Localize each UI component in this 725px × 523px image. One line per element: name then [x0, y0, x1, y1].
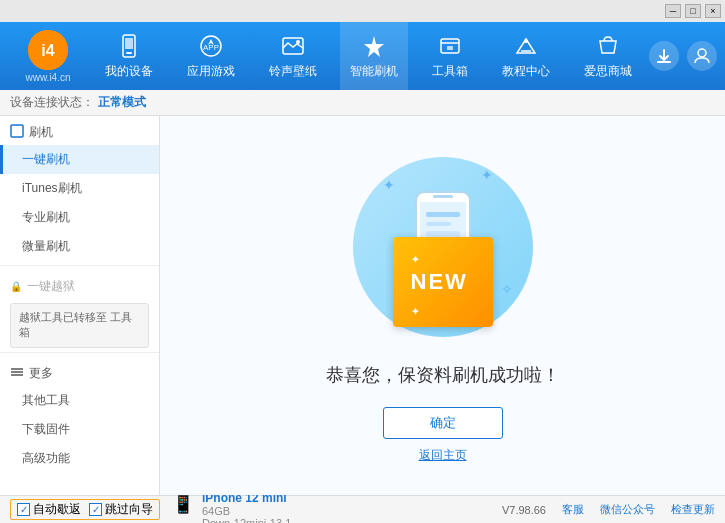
skip-wizard-checkbox[interactable]: ✓ — [89, 503, 102, 516]
restore-button[interactable]: □ — [685, 4, 701, 18]
sidebar-item-itunes-flash[interactable]: iTunes刷机 — [0, 174, 159, 203]
auto-start-label: 自动歇返 — [33, 501, 81, 518]
svg-point-15 — [698, 49, 706, 57]
skip-wizard-label: 跳过向导 — [105, 501, 153, 518]
title-bar: ─ □ × — [0, 0, 725, 22]
smart-flash-icon — [360, 32, 388, 60]
sidebar-item-other-tools[interactable]: 其他工具 — [0, 386, 159, 415]
sidebar-item-one-click-flash[interactable]: 一键刷机 — [0, 145, 159, 174]
apps-icon: APP — [197, 32, 225, 60]
sidebar-section-jailbreak: 🔒 一键越狱 — [0, 270, 159, 299]
jailbreak-section-label: 一键越狱 — [27, 278, 75, 295]
svg-point-12 — [524, 39, 528, 43]
sidebar-section-more: 更多 — [0, 357, 159, 386]
action-buttons: 确定 返回主页 — [383, 407, 503, 464]
jailbreak-notice-text: 越狱工具已转移至 工具箱 — [19, 311, 132, 338]
other-tools-label: 其他工具 — [22, 393, 70, 407]
svg-rect-3 — [126, 52, 132, 54]
flash-section-icon — [10, 124, 24, 141]
nav-item-store[interactable]: 爱思商城 — [574, 22, 642, 90]
logo-icon: i4 — [28, 30, 68, 70]
nav-right — [649, 41, 717, 71]
my-device-icon — [115, 32, 143, 60]
nav-item-smart-flash[interactable]: 智能刷机 — [340, 22, 408, 90]
download-button[interactable] — [649, 41, 679, 71]
minimize-button[interactable]: ─ — [665, 4, 681, 18]
device-info-area: 📱 iPhone 12 mini 64GB Down-12mini-13,1 — [172, 491, 291, 524]
auto-start-checkbox-label[interactable]: ✓ 自动歇返 — [17, 501, 81, 518]
nav-item-apps-games[interactable]: APP 应用游戏 — [177, 22, 245, 90]
nav-label-tutorial: 教程中心 — [502, 63, 550, 80]
auto-start-checkbox[interactable]: ✓ — [17, 503, 30, 516]
wechat-public-link[interactable]: 微信公众号 — [600, 502, 655, 517]
sparkle-icon-1: ✦ — [383, 177, 395, 193]
checkboxes-container: ✓ 自动歇返 ✓ 跳过向导 — [10, 499, 160, 520]
nav-label-wallpaper: 铃声壁纸 — [269, 63, 317, 80]
tutorial-icon — [512, 32, 540, 60]
customer-service-link[interactable]: 客服 — [562, 502, 584, 517]
svg-point-8 — [296, 40, 300, 44]
sidebar-item-advanced[interactable]: 高级功能 — [0, 444, 159, 473]
bottom-right: V7.98.66 客服 微信公众号 检查更新 — [502, 502, 715, 517]
hero-section: ✦ ✦ ✧ NEW 恭喜您，保资料刷机成功啦！ 确定 返回主页 — [326, 147, 560, 464]
one-click-flash-label: 一键刷机 — [22, 152, 70, 166]
nav-label-smart-flash: 智能刷机 — [350, 63, 398, 80]
main-area: 刷机 一键刷机 iTunes刷机 专业刷机 微量刷机 🔒 一键越狱 越狱工具已转… — [0, 116, 725, 495]
content-area: ✦ ✦ ✧ NEW 恭喜您，保资料刷机成功啦！ 确定 返回主页 — [160, 116, 725, 495]
sidebar-section-flash: 刷机 — [0, 116, 159, 145]
sparkle-icon-2: ✦ — [481, 167, 493, 183]
svg-text:i4: i4 — [41, 42, 54, 59]
new-badge-text: NEW — [411, 269, 468, 294]
more-section-icon — [10, 365, 24, 382]
new-badge: NEW — [393, 237, 493, 327]
jailbreak-notice: 越狱工具已转移至 工具箱 — [10, 303, 149, 348]
advanced-label: 高级功能 — [22, 451, 70, 465]
wallpaper-icon — [279, 32, 307, 60]
store-icon — [594, 32, 622, 60]
close-button[interactable]: × — [705, 4, 721, 18]
divider-2 — [0, 352, 159, 353]
nav-items: 我的设备 APP 应用游戏 铃声壁纸 — [88, 22, 649, 90]
nav-label-apps-games: 应用游戏 — [187, 63, 235, 80]
device-version: Down-12mini-13,1 — [202, 517, 291, 524]
download-firmware-label: 下载固件 — [22, 422, 70, 436]
tools-icon — [436, 32, 464, 60]
device-details: iPhone 12 mini 64GB Down-12mini-13,1 — [202, 491, 291, 524]
skip-wizard-checkbox-label[interactable]: ✓ 跳过向导 — [89, 501, 153, 518]
device-storage: 64GB — [202, 505, 291, 517]
svg-rect-16 — [11, 125, 23, 137]
svg-rect-25 — [426, 222, 451, 226]
back-home-link[interactable]: 返回主页 — [419, 447, 467, 464]
sidebar-item-save-flash[interactable]: 微量刷机 — [0, 232, 159, 261]
sparkle-icon-3: ✧ — [501, 281, 513, 297]
check-update-link[interactable]: 检查更新 — [671, 502, 715, 517]
nav-item-wallpaper[interactable]: 铃声壁纸 — [259, 22, 327, 90]
nav-label-my-device: 我的设备 — [105, 63, 153, 80]
window-controls[interactable]: ─ □ × — [665, 4, 721, 18]
divider-1 — [0, 265, 159, 266]
flash-section-label: 刷机 — [29, 124, 53, 141]
sidebar-item-download-firmware[interactable]: 下载固件 — [0, 415, 159, 444]
user-button[interactable] — [687, 41, 717, 71]
bottom-left: ✓ 自动歇返 ✓ 跳过向导 📱 iPhone 12 mini 64GB Down… — [10, 491, 291, 524]
confirm-button[interactable]: 确定 — [383, 407, 503, 439]
itunes-flash-label: iTunes刷机 — [22, 181, 82, 195]
svg-rect-22 — [433, 195, 453, 198]
lock-icon: 🔒 — [10, 281, 22, 292]
logo[interactable]: i4 www.i4.cn — [8, 30, 88, 83]
more-section-label: 更多 — [29, 365, 53, 382]
sidebar: 刷机 一键刷机 iTunes刷机 专业刷机 微量刷机 🔒 一键越狱 越狱工具已转… — [0, 116, 160, 495]
nav-label-store: 爱思商城 — [584, 63, 632, 80]
svg-text:APP: APP — [203, 43, 219, 52]
app-version: V7.98.66 — [502, 504, 546, 516]
status-label: 设备连接状态： — [10, 94, 94, 111]
nav-label-tools: 工具箱 — [432, 63, 468, 80]
sidebar-item-pro-flash[interactable]: 专业刷机 — [0, 203, 159, 232]
hero-illustration: ✦ ✦ ✧ NEW — [343, 147, 543, 347]
nav-item-tutorial[interactable]: 教程中心 — [492, 22, 560, 90]
nav-item-tools[interactable]: 工具箱 — [422, 22, 478, 90]
svg-rect-24 — [426, 212, 460, 217]
logo-url: www.i4.cn — [25, 72, 70, 83]
bottom-status-bar: ✓ 自动歇返 ✓ 跳过向导 📱 iPhone 12 mini 64GB Down… — [0, 495, 725, 523]
nav-item-my-device[interactable]: 我的设备 — [95, 22, 163, 90]
